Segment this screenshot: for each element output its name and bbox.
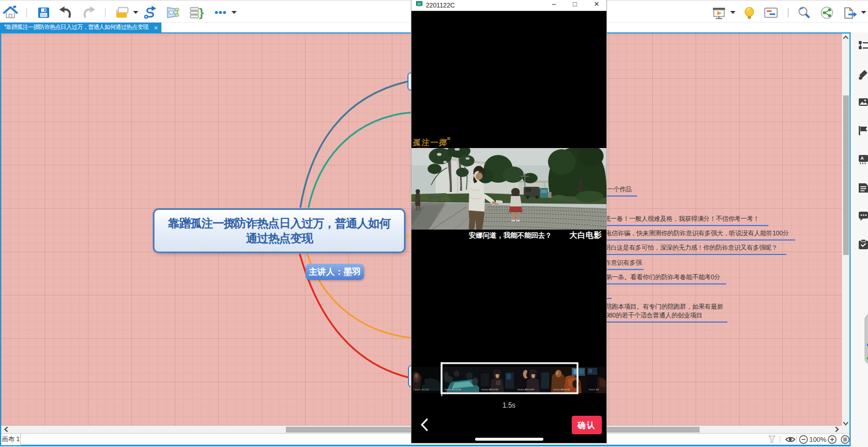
svg-text:100%: 100% [810, 436, 826, 443]
svg-text:孤注一掷: 孤注一掷 [412, 138, 448, 147]
svg-text:Gwkke ABG4GB!: Gwkke ABG4GB! [553, 389, 571, 391]
svg-text:}: } [199, 6, 204, 19]
svg-text:Gwkke ABG4GB!: Gwkke ABG4GB! [481, 389, 499, 391]
svg-text:A: A [860, 156, 864, 161]
svg-text:Gwkke ABG4GB!: Gwkke ABG4GB! [517, 389, 535, 391]
svg-text:Gwkke ALG4GB!: Gwkke ALG4GB! [444, 389, 462, 391]
